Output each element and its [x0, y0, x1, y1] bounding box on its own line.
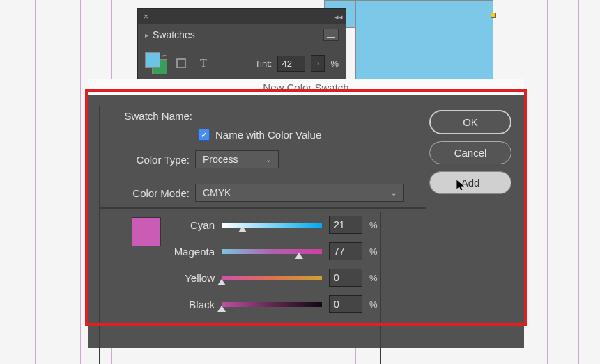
close-icon[interactable]: × — [141, 12, 151, 22]
tint-input[interactable] — [277, 56, 305, 72]
color-preview — [132, 217, 161, 246]
guide-vertical — [35, 0, 36, 364]
black-label: Black — [171, 299, 215, 310]
percent-label: % — [330, 58, 339, 69]
cyan-slider[interactable] — [222, 223, 322, 228]
guide-vertical — [547, 0, 548, 364]
svg-rect-0 — [177, 59, 185, 68]
chevron-down-icon: ⌄ — [391, 189, 397, 197]
add-button[interactable]: Add — [429, 171, 511, 194]
magenta-slider[interactable] — [222, 249, 322, 254]
swatch-name-label: Swatch Name: — [100, 110, 192, 122]
color-type-label: Color Type: — [100, 154, 190, 166]
cyan-label: Cyan — [171, 219, 215, 231]
swatches-panel: × ◂◂ ▸ Swatches ⤺ T Tint: › % — [137, 8, 346, 82]
new-color-swatch-dialog: New Color Swatch Swatch Name: ✓ Name wit… — [88, 79, 524, 348]
guide-vertical — [578, 0, 579, 364]
text-icon[interactable]: T — [195, 55, 212, 72]
tint-label: Tint: — [255, 58, 272, 69]
dialog-title: New Color Swatch — [88, 79, 524, 95]
magenta-input[interactable] — [329, 242, 362, 260]
black-input[interactable] — [329, 295, 362, 313]
object-icon[interactable] — [173, 55, 190, 72]
chevron-down-icon: ⌄ — [266, 156, 271, 164]
cyan-input[interactable] — [329, 216, 362, 234]
color-type-select[interactable]: Process ⌄ — [195, 150, 279, 168]
fill-stroke-swatch[interactable]: ⤺ — [145, 52, 167, 74]
collapse-icon[interactable]: ◂◂ — [334, 13, 343, 22]
selection-handle[interactable] — [491, 13, 496, 18]
yellow-slider[interactable] — [222, 276, 322, 280]
cancel-button[interactable]: Cancel — [429, 141, 511, 164]
color-mode-select[interactable]: CMYK ⌄ — [195, 184, 404, 202]
yellow-label: Yellow — [171, 272, 215, 284]
panel-title: Swatches — [153, 29, 323, 40]
chevron-right-icon[interactable]: ▸ — [145, 31, 148, 39]
ok-button[interactable]: OK — [429, 110, 511, 134]
tint-stepper[interactable]: › — [311, 55, 325, 72]
shape-rect[interactable] — [355, 0, 493, 80]
panel-menu-button[interactable] — [323, 29, 339, 41]
yellow-input[interactable] — [329, 269, 362, 287]
guide-vertical — [80, 0, 81, 364]
magenta-label: Magenta — [171, 246, 215, 258]
name-with-color-checkbox[interactable]: ✓ — [198, 129, 210, 141]
color-mode-label: Color Mode: — [100, 187, 190, 199]
black-slider[interactable] — [222, 302, 322, 307]
name-with-color-label: Name with Color Value — [215, 129, 321, 141]
